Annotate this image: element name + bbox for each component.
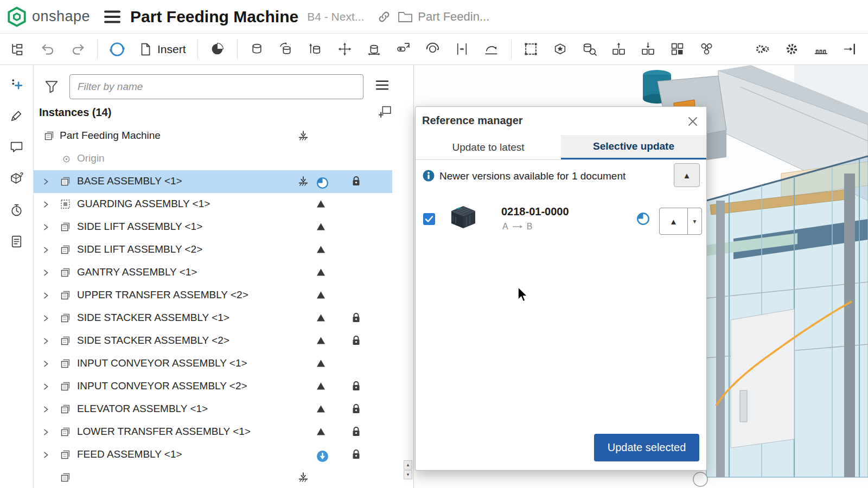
star-part-icon[interactable] [548, 37, 572, 62]
assembly-doc-icon [60, 426, 71, 440]
expand-chevron-icon[interactable] [42, 383, 49, 392]
tab-update-to-latest[interactable]: Update to latest [416, 135, 561, 159]
tree-item[interactable]: SIDE STACKER ASSEMBLY <1> [34, 307, 392, 330]
tangent-mate-icon[interactable] [480, 37, 503, 62]
expand-chevron-icon[interactable] [42, 337, 49, 346]
slider-mate-icon[interactable] [304, 37, 328, 62]
linked-documents-icon[interactable] [695, 37, 719, 62]
insert-button[interactable]: Insert [138, 42, 186, 56]
box-select-icon[interactable] [519, 37, 543, 62]
rail-items-group: ? [7, 74, 27, 252]
tree-item[interactable]: BASE ASSEMBLY <1> [34, 170, 392, 193]
expand-chevron-icon[interactable] [42, 223, 49, 233]
expand-chevron-icon[interactable] [42, 406, 49, 415]
gear-relation-icon[interactable] [780, 37, 803, 62]
reference-manager-dialog: Reference manager Update to latest Selec… [415, 106, 707, 471]
rack-pinion-icon[interactable] [809, 37, 833, 62]
notes-icon[interactable] [7, 231, 27, 252]
ball-mate-icon[interactable] [421, 37, 445, 62]
tab-selective-update[interactable]: Selective update [561, 135, 706, 159]
tree-item-label: SIDE STACKER ASSEMBLY <2> [77, 335, 229, 346]
onshape-logo[interactable]: onshape [7, 7, 90, 27]
edit-in-context-icon[interactable] [607, 37, 631, 62]
assembly-doc-icon [60, 335, 71, 349]
toolbar-separator [197, 40, 198, 59]
expand-chevron-icon[interactable] [42, 178, 49, 187]
locked-icon [352, 312, 361, 325]
tree-item[interactable]: SIDE LIFT ASSEMBLY <1> [34, 216, 392, 239]
expand-chevron-icon[interactable] [42, 201, 49, 210]
instances-tree: Part Feeding Machine Origin BASE ASSEMBL… [34, 125, 413, 488]
tree-item[interactable]: LOWER TRANSFER ASSEMBLY <1> [34, 421, 392, 444]
expand-chevron-icon[interactable] [42, 428, 49, 438]
search-part-icon[interactable] [578, 37, 602, 62]
add-instance-icon[interactable] [7, 74, 27, 94]
pin-slot-mate-icon[interactable] [392, 37, 416, 62]
expand-chevron-icon[interactable] [42, 314, 49, 324]
onshape-app: onshape Part Feeding Machine B4 - Next..… [0, 0, 868, 488]
tree-item[interactable] [34, 466, 392, 488]
scroll-down-icon[interactable]: ▼ [404, 470, 412, 479]
share-link-icon[interactable] [377, 10, 391, 24]
cylindrical-mate-icon[interactable] [362, 37, 386, 62]
gear-pair-icon[interactable] [750, 37, 774, 62]
undo-icon[interactable] [36, 37, 60, 62]
hamburger-menu-icon[interactable] [104, 10, 120, 23]
version-up-button[interactable]: ▲ [660, 208, 687, 234]
document-title: Part Feeding Machine [130, 8, 298, 26]
assembly-structure-icon[interactable] [0, 37, 34, 62]
locked-icon [352, 426, 361, 439]
pie-icon[interactable] [206, 37, 229, 62]
history-icon[interactable] [7, 200, 27, 220]
scroll-up-icon[interactable]: ▲ [404, 460, 412, 470]
reference-checkbox[interactable] [423, 213, 435, 225]
assembly-doc-icon [60, 312, 71, 326]
tree-item[interactable]: FEED ASSEMBLY <1> [34, 444, 392, 466]
add-subassembly-icon[interactable] [379, 105, 392, 119]
tree-origin-item[interactable]: Origin [34, 147, 392, 170]
tree-item[interactable]: GANTRY ASSEMBLY <1> [34, 261, 392, 284]
tree-root-item[interactable]: Part Feeding Machine [34, 125, 392, 147]
filter-input[interactable] [69, 74, 363, 99]
tree-item[interactable]: SIDE STACKER ASSEMBLY <2> [34, 330, 392, 352]
tree-item[interactable]: ELEVATOR ASSEMBLY <1> [34, 398, 392, 421]
version-label[interactable]: B4 - Next... [307, 10, 364, 23]
expand-chevron-icon[interactable] [42, 269, 49, 278]
update-all-toggle-button[interactable]: ▲ [674, 163, 700, 187]
comment-icon[interactable] [7, 137, 27, 157]
revolute-mate-icon[interactable] [275, 37, 298, 62]
expand-chevron-icon[interactable] [42, 360, 49, 369]
tree-item[interactable]: UPPER TRANSFER ASSEMBLY <2> [34, 284, 392, 307]
assembly-doc-icon [60, 472, 71, 485]
fastened-mate-icon[interactable] [245, 37, 269, 62]
expand-chevron-icon[interactable] [42, 451, 49, 460]
markup-icon[interactable] [7, 105, 27, 126]
expand-chevron-icon[interactable] [42, 292, 49, 301]
list-view-icon[interactable] [375, 79, 389, 93]
filter-icon[interactable] [44, 80, 59, 95]
planar-mate-icon[interactable] [333, 37, 357, 62]
breadcrumb-folder[interactable]: Part Feedin... [398, 10, 489, 24]
update-selected-button[interactable]: Update selected [594, 434, 699, 461]
tree-item-label: SIDE LIFT ASSEMBLY <1> [77, 221, 202, 233]
parallel-mate-icon[interactable] [450, 37, 474, 62]
update-in-context-icon[interactable] [636, 37, 660, 62]
redo-icon[interactable] [66, 37, 90, 62]
version-dropdown-icon[interactable]: ▼ [687, 208, 701, 234]
tree-item-label: Origin [77, 152, 105, 164]
expand-chevron-icon[interactable] [42, 246, 49, 255]
tree-item-label: SIDE STACKER ASSEMBLY <1> [77, 312, 229, 324]
tree-item[interactable]: INPUT CONVEYOR ASSEMBLY <1> [34, 352, 392, 375]
part-question-icon[interactable]: ? [7, 168, 27, 189]
update-references-icon[interactable] [105, 37, 129, 62]
assembly-doc-icon [60, 381, 71, 394]
update-available-icon [316, 404, 326, 415]
pattern-icon[interactable] [666, 37, 690, 62]
close-icon[interactable] [686, 114, 700, 130]
tree-item[interactable]: GUARDING ASSEMBLY <1> [34, 193, 392, 216]
tree-item[interactable]: SIDE LIFT ASSEMBLY <2> [34, 239, 392, 261]
update-available-icon [316, 291, 326, 301]
explode-icon[interactable] [838, 37, 862, 62]
dialog-title: Reference manager [422, 114, 523, 127]
tree-item[interactable]: INPUT CONVEYOR ASSEMBLY <2> [34, 375, 392, 398]
